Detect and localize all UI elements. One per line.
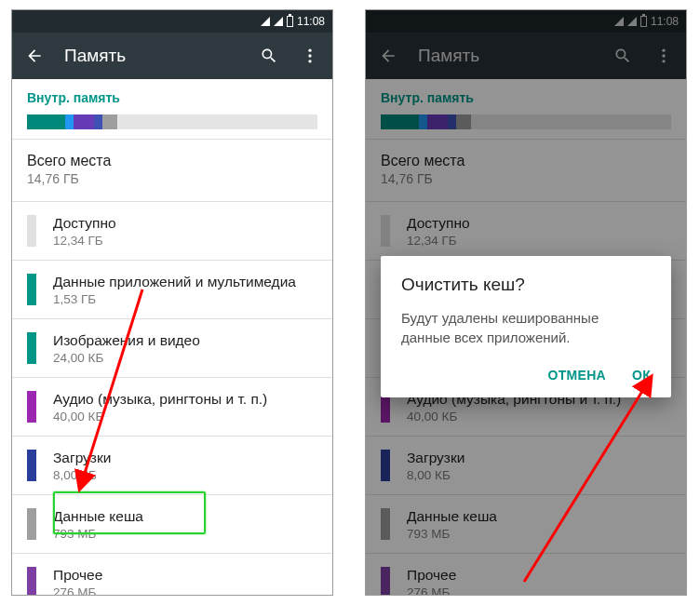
row-size: 40,00 КБ [53, 410, 317, 424]
row-size: 793 МБ [53, 527, 317, 541]
clear-cache-dialog: Очистить кеш? Будут удалены кешированные… [381, 256, 671, 397]
color-swatch [27, 215, 36, 247]
app-bar: Память [12, 33, 332, 79]
overflow-icon[interactable] [299, 45, 321, 67]
search-icon[interactable] [258, 45, 280, 67]
color-swatch [27, 274, 36, 305]
storage-segment [74, 114, 94, 129]
row-size: 8,00 КБ [53, 468, 317, 482]
color-swatch [27, 391, 36, 423]
wifi-icon [274, 17, 283, 26]
storage-segment [27, 114, 65, 129]
signal-icon [261, 17, 270, 26]
storage-segment [94, 114, 102, 129]
total-label: Всего места [27, 153, 317, 169]
svg-point-2 [308, 60, 311, 62]
battery-icon [287, 16, 293, 27]
storage-segment [65, 114, 74, 129]
row-size: 276 МБ [53, 585, 317, 596]
storage-row-cached[interactable]: Данные кеша 793 МБ [12, 495, 332, 553]
svg-point-1 [308, 54, 311, 57]
dialog-body: Будут удалены кешированные данные всех п… [401, 308, 651, 347]
row-size: 24,00 КБ [53, 351, 317, 365]
color-swatch [27, 450, 36, 481]
status-bar: 11:08 [12, 10, 332, 33]
storage-row-apps[interactable]: Данные приложений и мультимедиа 1,53 ГБ [12, 261, 332, 318]
storage-row-container: Доступно 12,34 ГБ Данные приложений и му… [12, 202, 332, 596]
storage-segment [102, 114, 117, 129]
storage-row-downloads[interactable]: Загрузки 8,00 КБ [12, 437, 332, 494]
storage-bar [27, 114, 317, 129]
dialog-actions: ОТМЕНА ОК [401, 364, 651, 388]
dialog-title: Очистить кеш? [401, 275, 651, 295]
cancel-button[interactable]: ОТМЕНА [547, 368, 605, 383]
row-size: 1,53 ГБ [53, 292, 317, 306]
color-swatch [27, 332, 36, 364]
section-header: Внутр. память [12, 79, 332, 111]
row-label: Доступно [53, 214, 317, 232]
total-value: 14,76 ГБ [27, 171, 317, 186]
row-label: Прочее [53, 566, 317, 584]
phone-screen-right: 11:08 Память Внутр. память Всего места 1… [365, 9, 687, 596]
status-time: 11:08 [297, 15, 325, 28]
row-size: 12,34 ГБ [53, 234, 317, 248]
row-label: Изображения и видео [53, 331, 317, 349]
row-label: Данные приложений и мультимедиа [53, 273, 317, 290]
ok-button[interactable]: ОК [632, 368, 651, 383]
back-icon[interactable] [23, 45, 46, 67]
row-label: Данные кеша [53, 507, 317, 525]
phone-screen-left: 11:08 Память Внутр. память Всего места 1… [11, 9, 333, 596]
row-label: Загрузки [53, 449, 317, 466]
svg-point-0 [308, 49, 311, 52]
total-block: Всего места 14,76 ГБ [12, 140, 332, 201]
color-swatch [27, 567, 36, 596]
color-swatch [27, 508, 36, 540]
storage-row-audio[interactable]: Аудио (музыка, рингтоны и т. п.) 40,00 К… [12, 378, 332, 436]
row-label: Аудио (музыка, рингтоны и т. п.) [53, 390, 317, 408]
storage-row-images[interactable]: Изображения и видео 24,00 КБ [12, 319, 332, 377]
storage-row-available[interactable]: Доступно 12,34 ГБ [12, 202, 332, 260]
storage-row-misc[interactable]: Прочее 276 МБ [12, 554, 332, 596]
app-bar-title: Память [64, 46, 239, 66]
